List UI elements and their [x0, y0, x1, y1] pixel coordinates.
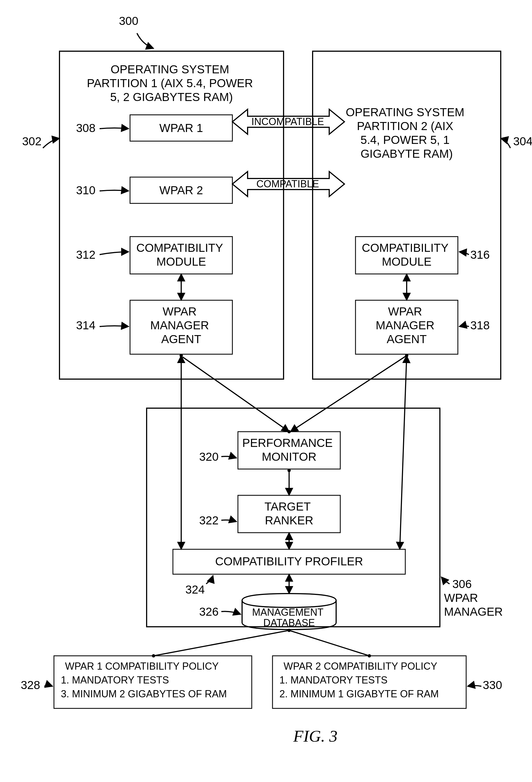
svg-point-14 — [287, 469, 291, 472]
svg-line-23 — [290, 356, 407, 432]
svg-line-30 — [289, 630, 369, 656]
ref-314: 314 — [76, 319, 96, 332]
svg-point-29 — [152, 654, 155, 657]
svg-line-24 — [400, 356, 407, 549]
figure-number: 300 — [119, 14, 138, 27]
svg-point-21 — [287, 430, 291, 433]
db-label: MANAGEMENT DATABASE — [252, 607, 326, 629]
figure-caption: FIG. 3 — [293, 727, 338, 745]
partition2-title: OPERATING SYSTEM PARTITION 2 (AIX 5.4, P… — [346, 106, 467, 160]
ref-306: 306 — [452, 577, 472, 591]
arrow-incompatible: INCOMPATIBLE — [251, 116, 324, 127]
ref-308: 308 — [76, 121, 96, 135]
ref-318: 318 — [470, 319, 490, 332]
ref-324: 324 — [185, 583, 205, 596]
compat-profiler-label: COMPATIBILITY PROFILER — [215, 555, 363, 568]
wpar-manager-label: WPAR MANAGER — [444, 591, 503, 618]
svg-point-31 — [368, 654, 371, 657]
diagram: 300 OPERATING SYSTEM PARTITION 1 (AIX 5.… — [0, 0, 532, 782]
ref-310: 310 — [76, 184, 96, 197]
ref-328: 328 — [21, 678, 40, 691]
ref-326: 326 — [199, 605, 219, 618]
arrow-compatible: COMPATIBLE — [256, 178, 319, 189]
ref-316: 316 — [470, 248, 490, 261]
svg-line-28 — [153, 630, 289, 656]
wpar2-label: WPAR 2 — [159, 184, 203, 197]
ref-304: 304 — [513, 135, 532, 148]
ref-322: 322 — [199, 514, 219, 527]
svg-line-20 — [183, 357, 289, 432]
ref-330: 330 — [483, 678, 502, 691]
wpar1-label: WPAR 1 — [159, 121, 203, 135]
partition1-title: OPERATING SYSTEM PARTITION 1 (AIX 5.4, P… — [87, 63, 256, 104]
ref-302: 302 — [22, 135, 41, 148]
ref-312: 312 — [76, 248, 96, 261]
ref-320: 320 — [199, 450, 219, 463]
